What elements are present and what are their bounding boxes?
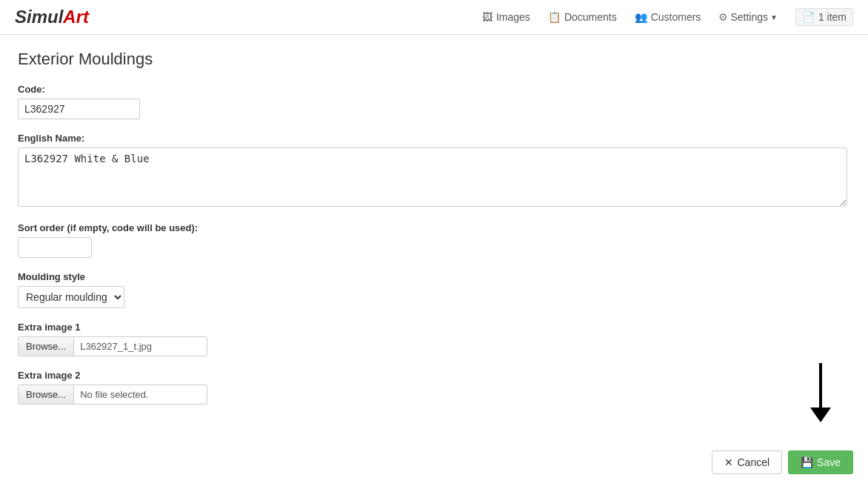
code-group: Code: — [18, 84, 850, 119]
cancel-button[interactable]: ✕ Cancel — [712, 450, 782, 474]
arrow-line — [819, 363, 822, 408]
moulding-style-group: Moulding style Regular moulding Special … — [18, 271, 850, 308]
cancel-label: Cancel — [737, 456, 769, 468]
nav-settings[interactable]: ⚙ Settings ▼ — [718, 11, 778, 23]
logo-part2: Art — [63, 7, 89, 27]
images-icon: 🖼 — [482, 11, 493, 23]
nav-cart[interactable]: 📄 1 item — [795, 8, 853, 26]
main-nav: 🖼 Images 📋 Documents 👥 Customers ⚙ Setti… — [482, 8, 853, 26]
settings-chevron-icon: ▼ — [770, 13, 778, 21]
sort-order-group: Sort order (if empty, code will be used)… — [18, 222, 850, 258]
save-label: Save — [817, 456, 841, 468]
extra-image1-filename: L362927_1_t.jpg — [74, 336, 207, 356]
arrow-down-indicator — [810, 363, 831, 422]
code-label: Code: — [18, 84, 850, 95]
extra-image1-label: Extra image 1 — [18, 322, 850, 333]
logo: SimulArt — [15, 7, 89, 27]
extra-image2-label: Extra image 2 — [18, 370, 850, 381]
documents-icon: 📋 — [548, 11, 561, 23]
logo-part1: Simul — [15, 7, 63, 27]
settings-icon: ⚙ — [718, 11, 728, 23]
nav-settings-label: Settings — [730, 11, 768, 23]
english-name-group: English Name: L362927 White & Blue — [18, 133, 850, 209]
nav-documents-label: Documents — [564, 11, 617, 23]
nav-customers[interactable]: 👥 Customers — [635, 11, 701, 23]
nav-customers-label: Customers — [651, 11, 701, 23]
extra-image1-browse-button[interactable]: Browse... — [18, 336, 74, 356]
extra-image2-browse-button[interactable]: Browse... — [18, 385, 74, 405]
extra-image1-file-row: Browse... L362927_1_t.jpg — [18, 336, 850, 356]
moulding-style-label: Moulding style — [18, 271, 850, 282]
code-input[interactable] — [18, 99, 140, 119]
save-icon: 💾 — [801, 456, 813, 468]
cart-icon: 📄 — [802, 11, 815, 23]
cancel-icon: ✕ — [724, 456, 733, 468]
moulding-style-select[interactable]: Regular moulding Special moulding — [18, 286, 124, 308]
extra-image2-filename: No file selected. — [74, 385, 207, 405]
nav-cart-label: 1 item — [818, 11, 847, 23]
nav-images[interactable]: 🖼 Images — [482, 11, 530, 23]
english-name-textarea[interactable]: L362927 White & Blue — [18, 147, 847, 207]
extra-image2-file-row: Browse... No file selected. — [18, 385, 850, 405]
page-title: Exterior Mouldings — [18, 50, 850, 69]
extra-image1-group: Extra image 1 Browse... L362927_1_t.jpg — [18, 322, 850, 356]
extra-image2-group: Extra image 2 Browse... No file selected… — [18, 370, 850, 405]
nav-images-label: Images — [496, 11, 530, 23]
sort-order-input[interactable] — [18, 237, 92, 258]
customers-icon: 👥 — [635, 11, 647, 23]
arrow-head — [810, 408, 831, 422]
english-name-label: English Name: — [18, 133, 850, 144]
main-content: Exterior Mouldings Code: English Name: L… — [0, 35, 868, 433]
save-button[interactable]: 💾 Save — [788, 450, 853, 474]
header: SimulArt 🖼 Images 📋 Documents 👥 Customer… — [0, 0, 868, 35]
footer-buttons: ✕ Cancel 💾 Save — [712, 450, 853, 474]
nav-documents[interactable]: 📋 Documents — [548, 11, 617, 23]
sort-order-label: Sort order (if empty, code will be used)… — [18, 222, 850, 233]
